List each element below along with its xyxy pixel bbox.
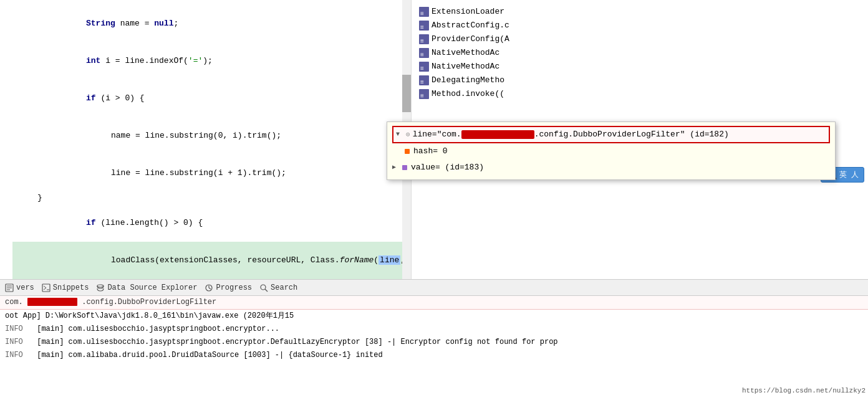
search-icon bbox=[259, 283, 268, 292]
toolbar-datasource-label: Data Source Explorer bbox=[107, 283, 197, 292]
code-line: } bbox=[12, 192, 411, 204]
vers-icon bbox=[5, 283, 14, 292]
code-text: line = line.substring(i + 1).trim(); bbox=[62, 155, 286, 192]
code-line-highlighted: loadClass(extensionClasses, resourceURL,… bbox=[12, 242, 411, 279]
console-area: com. .config.DubboProviderLogFilter oot … bbox=[0, 295, 868, 395]
file-name: Method.invoke(( bbox=[432, 87, 504, 101]
console-redacted-text: com. .config.DubboProviderLogFilter bbox=[5, 297, 216, 308]
code-line: if (i > 0) { bbox=[12, 80, 411, 117]
url-bar: https://blog.csdn.net/nullzky2 bbox=[740, 386, 868, 395]
debug-key: line= bbox=[413, 128, 437, 141]
console-text-1: [main] com.ulisesbocchio.jasyptspringboo… bbox=[32, 323, 279, 335]
file-list-item[interactable]: NativeMethodAc bbox=[417, 60, 868, 74]
file-list-item[interactable]: Method.invoke(( bbox=[417, 87, 868, 101]
file-list-item[interactable]: ExtensionLoader bbox=[417, 5, 868, 19]
snippets-icon bbox=[42, 283, 51, 292]
debug-hash-row: hash= 0 bbox=[392, 143, 830, 159]
toolbar-datasource[interactable]: Data Source Explorer bbox=[96, 283, 197, 292]
hash-icon bbox=[405, 149, 410, 154]
translate-label: 英 人 bbox=[839, 169, 859, 180]
file-list-item[interactable]: NativeMethodAc bbox=[417, 46, 868, 60]
type-keyword: String bbox=[86, 19, 115, 28]
toolbar-vers-label: vers bbox=[16, 283, 34, 292]
code-text: name = line.substring(0, i).trim(); bbox=[62, 117, 281, 155]
debug-selected-row: ▼ ⊙ line= "com. .config.DubboProviderLog… bbox=[392, 126, 830, 143]
toolbar-progress-label: Progress bbox=[216, 283, 252, 292]
expand-arrow-value[interactable]: ▶ bbox=[392, 161, 400, 174]
console-line-info-3: INFO [main] com.alibaba.druid.pool.Druid… bbox=[0, 349, 868, 362]
circle-icon: ⊙ bbox=[406, 128, 410, 141]
debug-value-label: value= (id=183) bbox=[411, 161, 484, 174]
code-line: line = line.substring(i + 1).trim(); bbox=[12, 155, 411, 192]
main-container: String name = null; int i = line.indexOf… bbox=[0, 0, 868, 395]
console-label-1: INFO bbox=[5, 323, 30, 335]
code-area: String name = null; int i = line.indexOf… bbox=[0, 0, 868, 279]
file-icon bbox=[419, 21, 429, 31]
svg-line-9 bbox=[265, 289, 268, 292]
toolbar-snippets-label: Snippets bbox=[53, 283, 89, 292]
console-label-2: INFO bbox=[5, 336, 30, 348]
datasource-icon bbox=[96, 283, 105, 292]
debug-redacted-value bbox=[461, 130, 534, 139]
expand-arrow[interactable]: ▼ bbox=[396, 128, 403, 141]
debug-hash-label: hash= 0 bbox=[413, 145, 448, 158]
code-text: if (i > 0) { bbox=[37, 80, 145, 117]
code-text: if (line.length() > 0) { bbox=[37, 204, 203, 242]
file-name: NativeMethodAc bbox=[432, 46, 499, 60]
code-line: String name = null; bbox=[12, 5, 411, 42]
console-label-3: INFO bbox=[5, 350, 30, 361]
svg-point-6 bbox=[97, 285, 104, 287]
file-icon bbox=[419, 34, 429, 44]
code-text: loadClass(extensionClasses, resourceURL,… bbox=[62, 242, 412, 279]
console-text-3: [main] com.alibaba.druid.pool.DruidDataS… bbox=[32, 350, 383, 361]
file-list-item[interactable]: ProviderConfig(A bbox=[417, 32, 868, 46]
code-text: } bbox=[37, 192, 42, 204]
console-scroll[interactable]: oot App] D:\WorkSoft\Java\jdk1.8.0_161\b… bbox=[0, 310, 868, 362]
scrollbar-thumb[interactable] bbox=[402, 75, 411, 112]
file-list-item[interactable]: DelegatingMetho bbox=[417, 74, 868, 87]
console-line-info-2: INFO [main] com.ulisesbocchio.jasyptspri… bbox=[0, 336, 868, 349]
debug-value-prefix: "com. bbox=[437, 128, 461, 141]
file-name: ExtensionLoader bbox=[432, 5, 504, 19]
url-text: https://blog.csdn.net/nullzky2 bbox=[742, 387, 866, 394]
file-icon bbox=[419, 62, 429, 72]
console-line-info-1: INFO [main] com.ulisesbocchio.jasyptspri… bbox=[0, 323, 868, 336]
console-text-2: [main] com.ulisesbocchio.jasyptspringboo… bbox=[32, 336, 558, 348]
file-icon bbox=[419, 7, 429, 17]
toolbar-search-label: Search bbox=[271, 283, 297, 292]
code-line: int i = line.indexOf('='); bbox=[12, 42, 411, 80]
field-icon bbox=[402, 165, 407, 170]
console-redacted-line: com. .config.DubboProviderLogFilter bbox=[0, 296, 868, 310]
code-line: if (line.length() > 0) { bbox=[12, 204, 411, 242]
console-cmd-text: oot App] D:\WorkSoft\Java\jdk1.8.0_161\b… bbox=[5, 310, 294, 322]
file-icon bbox=[419, 75, 429, 85]
svg-point-8 bbox=[261, 285, 266, 290]
progress-icon bbox=[205, 283, 213, 292]
code-line: name = line.substring(0, i).trim(); bbox=[12, 117, 411, 155]
bottom-toolbar: vers Snippets Data Source Explorer bbox=[0, 279, 868, 295]
toolbar-vers[interactable]: vers bbox=[5, 283, 34, 292]
debug-popup: ▼ ⊙ line= "com. .config.DubboProviderLog… bbox=[387, 121, 836, 180]
console-line-cmd: oot App] D:\WorkSoft\Java\jdk1.8.0_161\b… bbox=[0, 310, 868, 323]
toolbar-snippets[interactable]: Snippets bbox=[42, 283, 89, 292]
toolbar-progress[interactable]: Progress bbox=[205, 283, 252, 292]
file-icon bbox=[419, 89, 429, 99]
code-panel: String name = null; int i = line.indexOf… bbox=[0, 0, 412, 279]
file-icon bbox=[419, 48, 429, 58]
file-name: ProviderConfig(A bbox=[432, 32, 509, 46]
debug-value-row: ▶ value= (id=183) bbox=[392, 159, 830, 176]
int-keyword: int bbox=[86, 56, 100, 65]
file-name: AbstractConfig.c bbox=[432, 19, 509, 32]
code-text: int i = line.indexOf('='); bbox=[37, 42, 213, 80]
debug-value-suffix: .config.DubboProviderLogFilter" (id=182) bbox=[534, 128, 729, 141]
code-text: String name = null; bbox=[37, 5, 178, 42]
toolbar-search[interactable]: Search bbox=[259, 283, 297, 292]
file-name: NativeMethodAc bbox=[432, 60, 499, 74]
file-list-item[interactable]: AbstractConfig.c bbox=[417, 19, 868, 32]
file-name: DelegatingMetho bbox=[432, 74, 504, 87]
